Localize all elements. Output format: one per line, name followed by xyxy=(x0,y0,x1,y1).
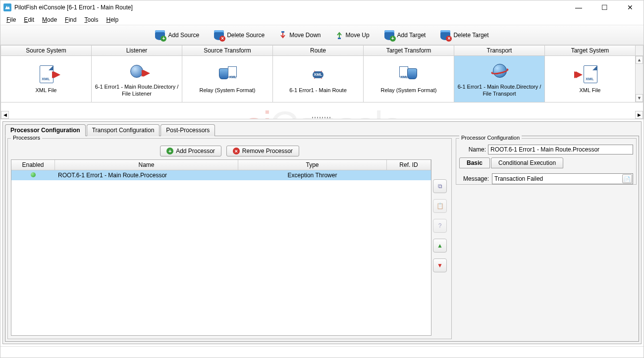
scroll-up-icon[interactable]: ▲ xyxy=(636,56,643,64)
xml-file-icon: XML xyxy=(35,64,57,85)
copy-icon: ⧉ xyxy=(438,183,442,190)
relay-icon: XML xyxy=(216,64,239,85)
add-source-button[interactable]: + Add Source xyxy=(155,30,199,40)
svg-rect-0 xyxy=(281,31,284,33)
tab-post-processors[interactable]: Post-Processors xyxy=(161,124,215,136)
stage-listener-label: 6-1 Error1 - Main Route.Directory / File… xyxy=(94,84,180,97)
arrow-up-small-icon: ▲ xyxy=(437,242,443,249)
menu-file[interactable]: File xyxy=(2,15,20,24)
hscroll-right-icon[interactable]: ▶ xyxy=(635,111,643,119)
stage-header-listener: Listener xyxy=(92,45,182,56)
workspace: Processor Configuration Transport Config… xyxy=(2,121,642,344)
delete-target-button[interactable]: × Delete Target xyxy=(440,30,488,40)
remove-processor-label: Remove Processor xyxy=(242,148,293,154)
col-name[interactable]: Name xyxy=(55,160,238,170)
arrow-down-small-icon: ▼ xyxy=(437,262,443,269)
stage-listener[interactable]: 6-1 Error1 - Main Route.Directory / File… xyxy=(92,56,182,102)
subtab-basic[interactable]: Basic xyxy=(459,157,490,168)
stage-row: XML XML File 6-1 Error1 - Main Route.Dir… xyxy=(0,56,644,102)
transport-icon xyxy=(488,61,511,82)
menu-edit[interactable]: Edit xyxy=(20,15,38,24)
relay-icon-2: XML xyxy=(397,64,420,85)
tab-transport-configuration[interactable]: Transport Configuration xyxy=(87,124,160,136)
cell-type: Exception Thrower xyxy=(238,170,387,180)
remove-processor-button[interactable]: × Remove Processor xyxy=(226,146,299,156)
stage-target-transform[interactable]: XML Relay (System Format) xyxy=(364,56,454,102)
paste-icon: 📋 xyxy=(436,203,444,209)
stage-transport[interactable]: 6-1 Error1 - Main Route.Directory / File… xyxy=(454,56,545,102)
stage-header-target-transform: Target Transform xyxy=(364,45,454,56)
processor-config-legend: Processor Configuration xyxy=(459,135,522,141)
stage-header-source-transform: Source Transform xyxy=(182,45,273,56)
add-target-button[interactable]: + Add Target xyxy=(384,30,426,40)
route-icon: XML xyxy=(307,64,329,85)
menu-bar: File Edit Mode Find Tools Help xyxy=(0,14,644,25)
hscroll-left-icon[interactable]: ◀ xyxy=(1,111,9,119)
stage-vscrollbar[interactable]: ▲ ▼ xyxy=(636,56,644,102)
scroll-down-icon[interactable]: ▼ xyxy=(636,94,643,102)
splitter-grip[interactable] xyxy=(312,117,332,118)
name-input[interactable] xyxy=(488,145,633,154)
stage-source-system[interactable]: XML XML File xyxy=(0,56,92,102)
paste-button[interactable]: 📋 xyxy=(433,199,447,213)
minimize-button[interactable]: — xyxy=(570,2,587,13)
col-ref[interactable]: Ref. ID xyxy=(387,160,431,170)
main-toolbar: + Add Source × Delete Source Move Down M… xyxy=(0,25,644,45)
listener-icon xyxy=(125,61,148,82)
add-source-icon: + xyxy=(155,30,165,40)
add-source-label: Add Source xyxy=(168,32,199,39)
stage-target-system-label: XML File xyxy=(580,87,601,94)
maximize-button[interactable]: ☐ xyxy=(596,2,613,13)
stage-route[interactable]: XML 6-1 Error1 - Main Route xyxy=(273,56,364,102)
move-row-down-button[interactable]: ▼ xyxy=(433,258,447,272)
stage-scroll-gap xyxy=(636,45,644,56)
add-target-icon: + xyxy=(384,30,394,40)
add-processor-button[interactable]: + Add Processor xyxy=(160,146,221,156)
subtab-conditional[interactable]: Conditional Execution xyxy=(491,157,563,168)
stage-header-transport: Transport xyxy=(454,45,545,56)
name-label: Name: xyxy=(459,146,486,153)
menu-tools[interactable]: Tools xyxy=(80,15,102,24)
stage-source-system-label: XML File xyxy=(36,87,57,94)
move-down-button[interactable]: Move Down xyxy=(279,31,321,40)
move-up-button[interactable]: Move Up xyxy=(336,31,370,40)
stage-header-target-system: Target System xyxy=(545,45,636,56)
table-row[interactable]: ROOT.6-1 Error1 - Main Route.Processor E… xyxy=(11,170,431,180)
cell-name: ROOT.6-1 Error1 - Main Route.Processor xyxy=(55,170,238,180)
document-plus-icon: 📄 xyxy=(624,176,630,182)
table-side-buttons: ⧉ 📋 ? ▲ ▼ xyxy=(431,159,448,336)
cell-ref xyxy=(387,170,431,180)
move-row-up-button[interactable]: ▲ xyxy=(433,239,447,253)
message-browse-button[interactable]: 📄 xyxy=(622,174,632,183)
col-enabled[interactable]: Enabled xyxy=(11,160,55,170)
title-bar: PilotFish eiConsole [6-1 Error1 - Main R… xyxy=(0,0,644,14)
move-up-label: Move Up xyxy=(346,32,370,39)
config-subtabs: Basic Conditional Execution xyxy=(459,157,633,168)
delete-target-icon: × xyxy=(440,30,450,40)
menu-find[interactable]: Find xyxy=(61,15,80,24)
xml-file-icon-2: XML xyxy=(579,64,601,85)
menu-help[interactable]: Help xyxy=(102,15,122,24)
delete-source-button[interactable]: × Delete Source xyxy=(214,30,265,40)
stage-target-system[interactable]: XML XML File xyxy=(545,56,636,102)
message-input[interactable] xyxy=(492,174,622,184)
stage-transport-label: 6-1 Error1 - Main Route.Directory / File… xyxy=(456,84,542,97)
move-down-label: Move Down xyxy=(289,32,321,39)
stage-source-transform[interactable]: XML Relay (System Format) xyxy=(182,56,273,102)
menu-mode[interactable]: Mode xyxy=(38,15,61,24)
help-button[interactable]: ? xyxy=(433,219,447,233)
processors-fieldset: Processors + Add Processor × Remove Proc… xyxy=(7,138,452,339)
help-icon: ? xyxy=(438,222,442,229)
message-input-wrap: 📄 xyxy=(492,173,633,184)
col-type[interactable]: Type xyxy=(238,160,387,170)
close-button[interactable]: ✕ xyxy=(622,2,639,13)
add-target-label: Add Target xyxy=(397,32,426,39)
config-tabs: Processor Configuration Transport Config… xyxy=(5,124,639,136)
arrow-down-icon xyxy=(279,31,286,40)
status-bar xyxy=(0,346,644,354)
stage-source-transform-label: Relay (System Format) xyxy=(199,87,255,94)
delete-source-icon: × xyxy=(214,30,224,40)
stage-headers: Source System Listener Source Transform … xyxy=(0,45,644,56)
window-title: PilotFish eiConsole [6-1 Error1 - Main R… xyxy=(14,4,133,11)
copy-button[interactable]: ⧉ xyxy=(433,179,447,193)
